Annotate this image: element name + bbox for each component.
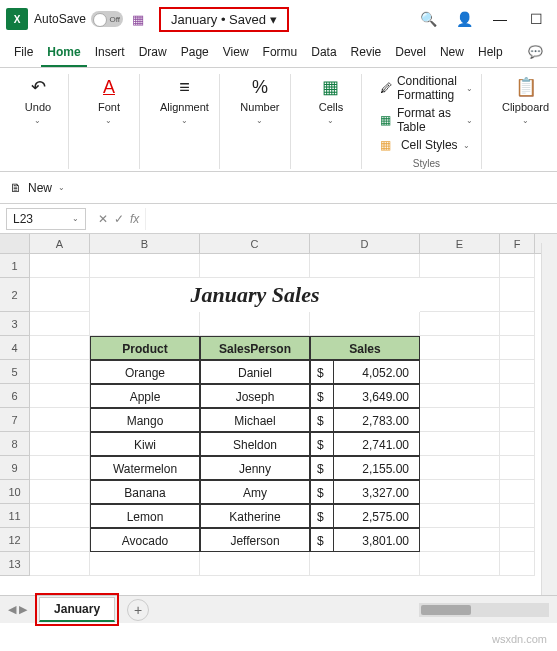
undo-button[interactable]: ↶ Undo⌄ — [16, 74, 60, 127]
row-header[interactable]: 13 — [0, 552, 30, 576]
tab-file[interactable]: File — [8, 40, 39, 67]
cells-button[interactable]: ▦ Cells⌄ — [309, 74, 353, 127]
clipboard-button[interactable]: 📋 Clipboard⌄ — [500, 74, 551, 127]
row-header[interactable]: 12 — [0, 528, 30, 552]
formula-input[interactable] — [145, 208, 557, 230]
conditional-formatting-button[interactable]: 🖉 Conditional Formatting ⌄ — [380, 74, 473, 102]
search-icon[interactable]: 🔍 — [413, 4, 443, 34]
format-as-table-button[interactable]: ▦ Format as Table ⌄ — [380, 106, 473, 134]
new-dropdown-icon[interactable]: ⌄ — [58, 183, 65, 192]
cell-sales[interactable]: 2,783.00 — [334, 408, 420, 432]
cell-sales[interactable]: 2,741.00 — [334, 432, 420, 456]
row-header[interactable]: 4 — [0, 336, 30, 360]
cell-product[interactable]: Lemon — [90, 504, 200, 528]
row-header[interactable]: 5 — [0, 360, 30, 384]
cell-styles-button[interactable]: ▦ Cell Styles ⌄ — [380, 138, 470, 152]
cell-currency[interactable]: $ — [310, 504, 334, 528]
table-row[interactable]: 9WatermelonJenny$2,155.00 — [0, 456, 557, 480]
cell-product[interactable]: Avocado — [90, 528, 200, 552]
number-button[interactable]: % Number⌄ — [238, 74, 282, 127]
cell-sales[interactable]: 2,575.00 — [334, 504, 420, 528]
row-header[interactable]: 3 — [0, 312, 30, 336]
name-box[interactable]: L23⌄ — [6, 208, 86, 230]
row-header[interactable]: 1 — [0, 254, 30, 278]
row-header[interactable]: 2 — [0, 278, 30, 312]
add-sheet-button[interactable]: + — [127, 599, 149, 621]
row-header[interactable]: 10 — [0, 480, 30, 504]
horizontal-scrollbar[interactable] — [419, 603, 549, 617]
cell-sales[interactable]: 4,052.00 — [334, 360, 420, 384]
maximize-icon[interactable]: ☐ — [521, 4, 551, 34]
cell-product[interactable]: Kiwi — [90, 432, 200, 456]
cell-product[interactable]: Mango — [90, 408, 200, 432]
sheet-nav-arrows[interactable]: ◀ ▶ — [8, 603, 27, 616]
col-header-c[interactable]: C — [200, 234, 310, 253]
tab-formulas[interactable]: Formu — [257, 40, 304, 67]
cell-salesperson[interactable]: Katherine — [200, 504, 310, 528]
cell-sales[interactable]: 2,155.00 — [334, 456, 420, 480]
col-header-a[interactable]: A — [30, 234, 90, 253]
cell-product[interactable]: Banana — [90, 480, 200, 504]
cell-product[interactable]: Orange — [90, 360, 200, 384]
table-header-sales[interactable]: Sales — [310, 336, 420, 360]
comments-icon[interactable]: 💬 — [522, 40, 549, 67]
col-header-e[interactable]: E — [420, 234, 500, 253]
cell-salesperson[interactable]: Jefferson — [200, 528, 310, 552]
row-header[interactable]: 9 — [0, 456, 30, 480]
account-icon[interactable]: 👤 — [449, 4, 479, 34]
tab-review[interactable]: Revie — [345, 40, 388, 67]
tab-page[interactable]: Page — [175, 40, 215, 67]
cancel-icon[interactable]: ✕ — [98, 212, 108, 226]
cell-salesperson[interactable]: Daniel — [200, 360, 310, 384]
vertical-scrollbar[interactable] — [541, 243, 557, 595]
row-header[interactable]: 8 — [0, 432, 30, 456]
toggle-switch[interactable]: Off — [91, 11, 123, 27]
col-header-d[interactable]: D — [310, 234, 420, 253]
minimize-icon[interactable]: — — [485, 4, 515, 34]
cell-product[interactable]: Apple — [90, 384, 200, 408]
cell-salesperson[interactable]: Jenny — [200, 456, 310, 480]
cell-sales[interactable]: 3,801.00 — [334, 528, 420, 552]
autosave-toggle[interactable]: AutoSave Off — [34, 11, 123, 27]
filename-dropdown[interactable]: January • Saved ▾ — [159, 7, 289, 32]
tab-insert[interactable]: Insert — [89, 40, 131, 67]
cell-salesperson[interactable]: Amy — [200, 480, 310, 504]
select-all-button[interactable] — [0, 234, 30, 253]
cell-currency[interactable]: $ — [310, 360, 334, 384]
save-icon[interactable]: ▦ — [129, 10, 147, 28]
cell-product[interactable]: Watermelon — [90, 456, 200, 480]
row-header[interactable]: 6 — [0, 384, 30, 408]
row-header[interactable]: 11 — [0, 504, 30, 528]
tab-view[interactable]: View — [217, 40, 255, 67]
cell-currency[interactable]: $ — [310, 384, 334, 408]
table-row[interactable]: 11LemonKatherine$2,575.00 — [0, 504, 557, 528]
table-row[interactable]: 7MangoMichael$2,783.00 — [0, 408, 557, 432]
tab-help[interactable]: Help — [472, 40, 509, 67]
enter-icon[interactable]: ✓ — [114, 212, 124, 226]
row-header[interactable]: 7 — [0, 408, 30, 432]
cell-currency[interactable]: $ — [310, 408, 334, 432]
table-row[interactable]: 6AppleJoseph$3,649.00 — [0, 384, 557, 408]
fx-icon[interactable]: fx — [130, 212, 139, 226]
table-header-product[interactable]: Product — [90, 336, 200, 360]
table-row[interactable]: 10BananaAmy$3,327.00 — [0, 480, 557, 504]
spreadsheet-grid[interactable]: A B C D E F 1 2January Sales 3 4 Product… — [0, 234, 557, 576]
cell-currency[interactable]: $ — [310, 480, 334, 504]
tab-home[interactable]: Home — [41, 40, 86, 67]
cell-sales[interactable]: 3,649.00 — [334, 384, 420, 408]
cell-salesperson[interactable]: Sheldon — [200, 432, 310, 456]
cell-salesperson[interactable]: Michael — [200, 408, 310, 432]
cell-salesperson[interactable]: Joseph — [200, 384, 310, 408]
table-row[interactable]: 5OrangeDaniel$4,052.00 — [0, 360, 557, 384]
table-header-salesperson[interactable]: SalesPerson — [200, 336, 310, 360]
new-file-icon[interactable]: 🗎 — [10, 181, 22, 195]
font-button[interactable]: A Font⌄ — [87, 74, 131, 127]
tab-new[interactable]: New — [434, 40, 470, 67]
cell-currency[interactable]: $ — [310, 456, 334, 480]
tab-data[interactable]: Data — [305, 40, 342, 67]
cell-currency[interactable]: $ — [310, 528, 334, 552]
col-header-b[interactable]: B — [90, 234, 200, 253]
tab-developer[interactable]: Devel — [389, 40, 432, 67]
alignment-button[interactable]: ≡ Alignment⌄ — [158, 74, 211, 127]
sheet-tab-january[interactable]: January — [39, 597, 115, 622]
